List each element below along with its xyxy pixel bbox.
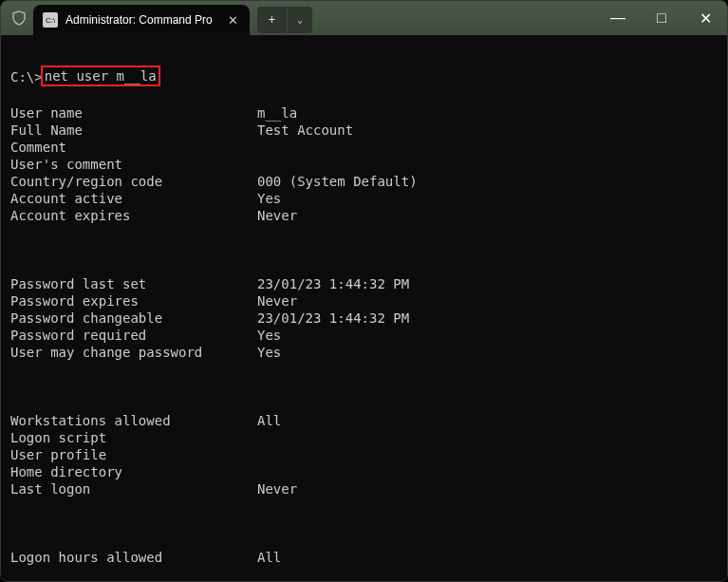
output-value: Yes bbox=[257, 190, 718, 207]
output-label: Last logon bbox=[10, 480, 257, 498]
output-label: Account active bbox=[10, 190, 257, 207]
minimize-button[interactable]: — bbox=[596, 1, 640, 35]
close-window-button[interactable]: ✕ bbox=[683, 1, 727, 35]
output-value: 23/01/23 1:44:32 PM bbox=[257, 275, 718, 292]
tab-active[interactable]: C:\ Administrator: Command Pro ✕ bbox=[33, 5, 250, 35]
output-label: Account expires bbox=[10, 207, 257, 224]
shield-icon bbox=[10, 9, 28, 27]
new-tab-group: + ⌄ bbox=[257, 7, 312, 33]
prompt: C:\> bbox=[10, 69, 43, 84]
output-row: Password expiresNever bbox=[10, 292, 718, 310]
output-row: Full NameTest Account bbox=[10, 122, 718, 139]
output-row: Logon hours allowedAll bbox=[10, 549, 718, 566]
titlebar: C:\ Administrator: Command Pro ✕ + ⌄ — □… bbox=[1, 1, 727, 35]
output-row: Account activeYes bbox=[10, 190, 718, 207]
tab-close-button[interactable]: ✕ bbox=[223, 10, 242, 29]
window-controls: — □ ✕ bbox=[596, 1, 727, 35]
output-value bbox=[257, 156, 718, 173]
maximize-button[interactable]: □ bbox=[640, 1, 683, 35]
window-frame: C:\ Administrator: Command Pro ✕ + ⌄ — □… bbox=[0, 0, 728, 582]
output-label: Full Name bbox=[10, 122, 257, 139]
output-label: Comment bbox=[10, 139, 257, 156]
output-label: Logon script bbox=[10, 429, 257, 446]
output-label: User may change password bbox=[10, 344, 257, 361]
output-row: Password requiredYes bbox=[10, 327, 718, 344]
output-row: User profile bbox=[10, 446, 718, 463]
output-label: Password expires bbox=[10, 292, 257, 310]
output-row: Workstations allowedAll bbox=[10, 412, 718, 429]
command-prompt-icon: C:\ bbox=[43, 12, 58, 28]
output-row: Home directory bbox=[10, 463, 718, 480]
output-label: User profile bbox=[10, 446, 257, 463]
output-value bbox=[257, 463, 718, 480]
output-value: Never bbox=[257, 207, 718, 224]
output-value: 23/01/23 1:44:32 PM bbox=[257, 310, 718, 327]
output-label: Country/region code bbox=[10, 173, 257, 190]
output-row: User namem__la bbox=[10, 104, 718, 122]
tab-title: Administrator: Command Pro bbox=[65, 13, 223, 27]
output-value bbox=[257, 139, 718, 156]
output-value: Yes bbox=[257, 344, 718, 361]
output-value: Never bbox=[257, 480, 718, 498]
output-value: m__la bbox=[257, 104, 718, 122]
output-row: Last logonNever bbox=[10, 480, 718, 498]
command-highlight: net user m__la bbox=[41, 66, 160, 86]
output-value bbox=[257, 446, 718, 463]
output-row: Comment bbox=[10, 139, 718, 156]
output-label: Password last set bbox=[10, 275, 257, 292]
output-value: All bbox=[257, 412, 718, 429]
output-row: Password changeable23/01/23 1:44:32 PM bbox=[10, 310, 718, 327]
output-value: Yes bbox=[257, 327, 718, 344]
output-row: Logon script bbox=[10, 429, 718, 446]
output-label: Password changeable bbox=[10, 310, 257, 327]
output-value bbox=[257, 429, 718, 446]
output-row: User may change passwordYes bbox=[10, 344, 718, 361]
output-row: Account expiresNever bbox=[10, 207, 718, 224]
new-tab-dropdown[interactable]: ⌄ bbox=[288, 7, 312, 33]
output-label: User name bbox=[10, 104, 257, 122]
output-label: Password required bbox=[10, 327, 257, 344]
output-label: User's comment bbox=[10, 156, 257, 173]
output-row: Country/region code000 (System Default) bbox=[10, 173, 718, 190]
output-label: Logon hours allowed bbox=[10, 549, 257, 566]
terminal-output[interactable]: C:\>net user m__la User namem__laFull Na… bbox=[1, 35, 727, 582]
output-value: Test Account bbox=[257, 122, 718, 139]
output-row: Password last set23/01/23 1:44:32 PM bbox=[10, 275, 718, 292]
output-row: User's comment bbox=[10, 156, 718, 173]
output-value: All bbox=[257, 549, 718, 566]
output-value: Never bbox=[257, 292, 718, 310]
new-tab-button[interactable]: + bbox=[257, 7, 288, 33]
output-label: Home directory bbox=[10, 463, 257, 480]
output-label: Workstations allowed bbox=[10, 412, 257, 429]
output-value: 000 (System Default) bbox=[257, 173, 718, 190]
